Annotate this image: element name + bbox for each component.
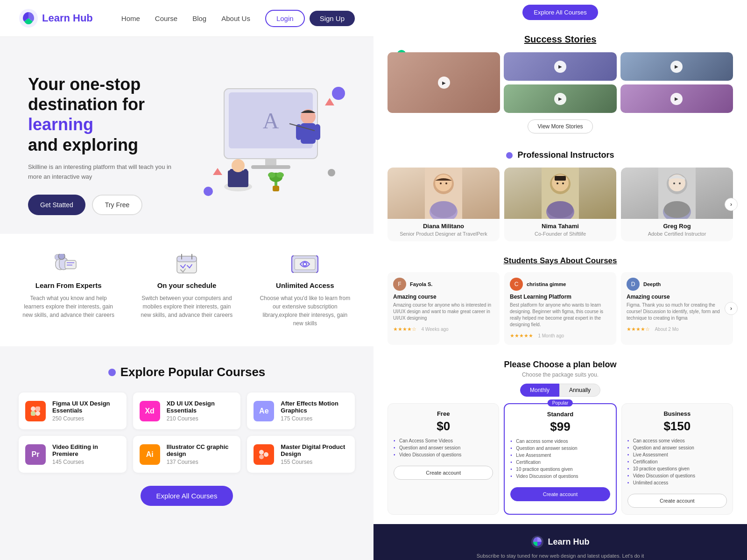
course-count: 137 Courses bbox=[167, 459, 234, 465]
svg-rect-9 bbox=[230, 169, 233, 182]
right-panel: Explore All Courses Success Stories ▶ bbox=[374, 0, 747, 560]
hero-title: Your one-stop destination for learning a… bbox=[28, 74, 187, 155]
nav-about[interactable]: About Us bbox=[221, 14, 250, 22]
course-name: Figma UI UX Design Essentials bbox=[52, 400, 120, 414]
pricing-card-free: Free $0 Can Access Some Videos Question … bbox=[388, 403, 499, 515]
pricing-card-business: Business $150 Can access some videos Que… bbox=[621, 403, 733, 515]
footer-logo: Learn Hub bbox=[392, 535, 728, 548]
play-button-1[interactable]: ▶ bbox=[438, 77, 450, 89]
feature-schedule-desc: Switch between your computers and mobile… bbox=[140, 294, 233, 319]
create-account-free-button[interactable]: Create account bbox=[394, 466, 493, 480]
create-account-business-button[interactable]: Create account bbox=[627, 494, 727, 508]
instructor-photo-diana bbox=[388, 168, 500, 219]
pricing-subtitle: Choose the package suits you. bbox=[388, 371, 733, 378]
feature-schedule: On your schedule Switch between your com… bbox=[140, 252, 233, 328]
play-button-5[interactable]: ▶ bbox=[670, 93, 683, 105]
svg-marker-16 bbox=[325, 98, 334, 105]
svg-rect-4 bbox=[265, 159, 276, 166]
get-started-button[interactable]: Get Statted bbox=[28, 195, 85, 215]
review-header-3: D Deepth bbox=[627, 278, 727, 291]
course-card-figma[interactable]: Figma UI UX Design Essentials 250 Course… bbox=[19, 392, 127, 429]
svg-point-63 bbox=[562, 182, 564, 184]
instructor-name-diana: Diana Militano bbox=[388, 223, 500, 230]
nav-course[interactable]: Course bbox=[155, 14, 177, 22]
xd-icon: Xd bbox=[140, 401, 160, 421]
review-title-1: Amazing course bbox=[393, 294, 494, 300]
view-more-wrap: View More Stories bbox=[388, 119, 733, 133]
annually-tab[interactable]: Annually bbox=[559, 384, 600, 397]
try-free-button[interactable]: Try Free bbox=[92, 195, 142, 215]
course-count: 145 Courses bbox=[52, 459, 120, 465]
story-thumb-2[interactable]: ▶ bbox=[504, 52, 616, 81]
feature-item: Question and answer session bbox=[627, 445, 727, 450]
course-card-pr[interactable]: Pr Video Editing in Premiere 145 Courses bbox=[19, 436, 127, 473]
hero-illustration: A bbox=[196, 79, 345, 201]
instructor-card-diana[interactable]: Diana Militano Senior Product Designer a… bbox=[388, 168, 500, 241]
signup-button[interactable]: Sign Up bbox=[310, 11, 355, 26]
course-card-fp[interactable]: Master Digital Product Design 155 Course… bbox=[247, 436, 355, 473]
success-stories-section: Success Stories ▶ ▶ bbox=[374, 25, 747, 143]
features-section: Learn From Experts Teach what you know a… bbox=[0, 234, 374, 346]
story-thumb-5[interactable]: ▶ bbox=[620, 84, 733, 113]
view-more-stories-button[interactable]: View More Stories bbox=[528, 119, 592, 133]
nav-blog[interactable]: Blog bbox=[192, 14, 206, 22]
instructor-photo-nima bbox=[504, 168, 616, 219]
course-count: 175 Courses bbox=[281, 415, 348, 422]
review-title-2: Best Learning Platform bbox=[510, 294, 611, 300]
right-top: Explore All Courses bbox=[374, 0, 747, 25]
feature-item: Can Access Some Videos bbox=[394, 438, 493, 443]
explore-all-button-top[interactable]: Explore All Courses bbox=[522, 5, 598, 20]
story-thumb-3[interactable]: ▶ bbox=[504, 84, 616, 113]
course-name: XD UI UX Design Essentials bbox=[167, 400, 234, 414]
course-name: Master Digital Product Design bbox=[281, 443, 348, 457]
svg-rect-45 bbox=[31, 411, 35, 416]
feature-item: Video Discussion of questions bbox=[627, 473, 727, 478]
reviews-next-button[interactable]: › bbox=[725, 302, 738, 315]
login-button[interactable]: Login bbox=[265, 10, 305, 27]
feature-item: Live Assessment bbox=[510, 453, 610, 458]
review-name-2: christina gimme bbox=[527, 281, 566, 287]
course-count: 210 Courses bbox=[167, 415, 234, 422]
story-thumb-4[interactable]: ▶ bbox=[620, 52, 733, 81]
svg-point-19 bbox=[204, 187, 213, 196]
instructor-role-greg: Adobe Certified Instructor bbox=[621, 231, 733, 237]
instructor-role-diana: Senior Product Designer at TravelPerk bbox=[388, 231, 500, 237]
plan-name-standard: Standard bbox=[510, 411, 610, 418]
create-account-standard-button[interactable]: Create account bbox=[510, 487, 610, 501]
play-button-4[interactable]: ▶ bbox=[670, 61, 683, 73]
instructors-header: Professional Instructors bbox=[388, 150, 733, 160]
svg-point-55 bbox=[445, 182, 447, 184]
play-button-2[interactable]: ▶ bbox=[554, 61, 566, 73]
course-card-ai[interactable]: Ai Illustrator CC graphic design 137 Cou… bbox=[133, 436, 241, 473]
svg-rect-10 bbox=[244, 169, 247, 182]
nav-home[interactable]: Home bbox=[121, 14, 140, 22]
feature-access: Unlimited Access Choose what you'd like … bbox=[258, 252, 352, 328]
course-info: Figma UI UX Design Essentials 250 Course… bbox=[52, 400, 120, 422]
plan-price-standard: $99 bbox=[510, 420, 610, 434]
svg-rect-41 bbox=[31, 406, 35, 411]
play-button-3[interactable]: ▶ bbox=[554, 93, 566, 105]
svg-text:A: A bbox=[263, 108, 279, 133]
feature-item: Can access some videos bbox=[627, 438, 727, 443]
course-card-ae[interactable]: Ae After Effects Motion Graphics 175 Cou… bbox=[247, 392, 355, 429]
instructors-next-button[interactable]: › bbox=[725, 198, 738, 211]
svg-point-54 bbox=[440, 182, 442, 184]
course-card-xd[interactable]: Xd XD UI UX Design Essentials 210 Course… bbox=[133, 392, 241, 429]
hero-section: Your one-stop destination for learning a… bbox=[0, 37, 374, 234]
explore-all-courses-button[interactable]: Explore All Courses bbox=[141, 486, 233, 506]
svg-rect-30 bbox=[65, 260, 76, 269]
story-thumb-1[interactable]: ▶ bbox=[388, 52, 500, 113]
review-header-1: F Fayola S. bbox=[393, 278, 494, 291]
logo[interactable]: Learn Hub bbox=[19, 8, 93, 28]
review-stars-1: ★★★★☆ bbox=[393, 326, 416, 332]
review-card-1: F Fayola S. Amazing course Amazing cours… bbox=[388, 272, 500, 345]
pricing-section: Please Choose a plan below Choose the pa… bbox=[374, 352, 747, 524]
instructor-card-greg[interactable]: Greg Rog Adobe Certified Instructor bbox=[621, 168, 733, 241]
footer-description: Subscribe to stay tuned for new web desi… bbox=[392, 553, 728, 559]
course-name: After Effects Motion Graphics bbox=[281, 400, 348, 414]
success-stories-title: Success Stories bbox=[388, 34, 733, 45]
feature-schedule-title: On your schedule bbox=[140, 281, 233, 289]
instructor-card-nima[interactable]: Nima Tahami Co-Founder of Shiftlife bbox=[504, 168, 616, 241]
monthly-tab[interactable]: Monthly bbox=[520, 384, 559, 397]
svg-point-23 bbox=[268, 172, 275, 178]
